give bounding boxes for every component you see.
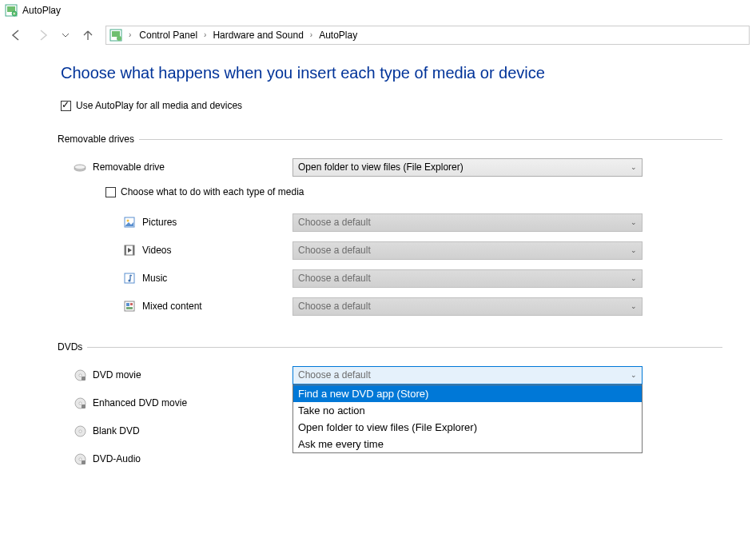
svg-rect-11 bbox=[125, 245, 126, 255]
row-music: Music Choose a default ⌄ bbox=[61, 267, 722, 289]
autoplay-icon bbox=[5, 4, 18, 17]
disc-icon bbox=[74, 397, 86, 409]
row-label: Removable drive bbox=[93, 161, 165, 173]
chevron-right-icon: › bbox=[127, 30, 133, 39]
disc-icon bbox=[74, 452, 86, 465]
combo-value: Choose a default bbox=[298, 273, 371, 284]
svg-point-28 bbox=[78, 457, 81, 460]
combo-value: Choose a default bbox=[298, 369, 371, 381]
breadcrumb-item[interactable]: Hardware and Sound bbox=[209, 28, 306, 42]
content-area: Choose what happens when you insert each… bbox=[0, 50, 756, 470]
section-removable-drives: Removable drives Removable drive Open fo… bbox=[61, 134, 722, 317]
page-title: Choose what happens when you insert each… bbox=[61, 64, 722, 82]
dropdown-item[interactable]: Find a new DVD app (Store) bbox=[293, 385, 642, 402]
dropdown-list: Find a new DVD app (Store) Take no actio… bbox=[292, 385, 643, 453]
forward-button[interactable] bbox=[34, 26, 53, 45]
svg-point-14 bbox=[128, 279, 130, 281]
combo-value: Choose a default bbox=[298, 217, 371, 228]
row-label: DVD-Audio bbox=[93, 453, 141, 464]
svg-point-9 bbox=[127, 220, 129, 222]
chevron-down-icon: ⌄ bbox=[631, 246, 637, 254]
dropdown-item[interactable]: Take no action bbox=[293, 402, 642, 419]
row-label: Blank DVD bbox=[93, 425, 140, 436]
section-dvds: DVDs DVD movie Choose a default ⌄ Find a… bbox=[61, 341, 722, 470]
title-bar: AutoPlay bbox=[0, 0, 756, 21]
breadcrumb: Control Panel › Hardware and Sound › Aut… bbox=[136, 28, 360, 42]
section-rule bbox=[87, 347, 722, 348]
combo-removable-drive[interactable]: Open folder to view files (File Explorer… bbox=[292, 158, 643, 177]
combo-mixed-content[interactable]: Choose a default ⌄ bbox=[292, 297, 643, 316]
row-label: Pictures bbox=[142, 217, 177, 228]
address-bar[interactable]: › Control Panel › Hardware and Sound › A… bbox=[105, 26, 750, 45]
row-label: Mixed content bbox=[142, 301, 202, 312]
svg-rect-29 bbox=[82, 460, 86, 464]
disc-icon bbox=[74, 424, 86, 437]
svg-rect-21 bbox=[82, 377, 86, 381]
nav-toolbar: › Control Panel › Hardware and Sound › A… bbox=[0, 21, 756, 50]
combo-videos[interactable]: Choose a default ⌄ bbox=[292, 241, 643, 260]
combo-music[interactable]: Choose a default ⌄ bbox=[292, 269, 643, 288]
svg-rect-16 bbox=[126, 303, 129, 306]
mixed-content-icon bbox=[123, 300, 136, 313]
svg-point-7 bbox=[74, 165, 86, 169]
svg-rect-18 bbox=[126, 307, 133, 309]
chevron-right-icon: › bbox=[308, 30, 314, 39]
global-autoplay-label: Use AutoPlay for all media and devices bbox=[76, 100, 242, 111]
pictures-icon bbox=[123, 216, 136, 229]
removable-drive-icon bbox=[74, 161, 86, 173]
up-button[interactable] bbox=[78, 26, 97, 45]
row-removable-drive: Removable drive Open folder to view file… bbox=[61, 156, 722, 178]
disc-icon bbox=[74, 369, 86, 381]
videos-icon bbox=[123, 244, 136, 257]
dropdown-item[interactable]: Ask me every time bbox=[293, 436, 642, 452]
chevron-down-icon: ⌄ bbox=[631, 274, 637, 282]
media-type-checkbox[interactable] bbox=[105, 187, 116, 197]
row-label: DVD movie bbox=[93, 369, 141, 381]
back-button[interactable] bbox=[6, 26, 26, 45]
section-title: DVDs bbox=[58, 341, 87, 353]
chevron-down-icon: ⌄ bbox=[631, 218, 637, 226]
svg-point-23 bbox=[78, 401, 81, 404]
breadcrumb-item[interactable]: Control Panel bbox=[136, 28, 201, 42]
breadcrumb-item[interactable]: AutoPlay bbox=[316, 28, 360, 42]
section-rule bbox=[139, 139, 722, 140]
combo-value: Open folder to view files (File Explorer… bbox=[298, 161, 464, 173]
svg-rect-24 bbox=[82, 404, 86, 408]
combo-value: Choose a default bbox=[298, 301, 371, 312]
row-dvd-movie: DVD movie Choose a default ⌄ Find a new … bbox=[61, 364, 722, 386]
window-title: AutoPlay bbox=[22, 5, 61, 16]
global-autoplay-checkbox[interactable] bbox=[61, 101, 71, 111]
chevron-down-icon: ⌄ bbox=[631, 163, 637, 171]
media-type-label: Choose what to do with each type of medi… bbox=[121, 186, 304, 197]
row-pictures: Pictures Choose a default ⌄ bbox=[61, 211, 722, 233]
svg-point-20 bbox=[78, 373, 81, 376]
svg-rect-12 bbox=[133, 245, 134, 255]
music-icon bbox=[123, 272, 136, 285]
svg-rect-17 bbox=[130, 303, 133, 305]
dropdown-item[interactable]: Open folder to view files (File Explorer… bbox=[293, 419, 642, 436]
chevron-down-icon: ⌄ bbox=[631, 302, 637, 310]
chevron-right-icon: › bbox=[202, 30, 208, 39]
combo-value: Choose a default bbox=[298, 245, 371, 256]
svg-point-5 bbox=[117, 36, 121, 41]
row-label: Videos bbox=[142, 245, 171, 256]
svg-rect-4 bbox=[112, 31, 120, 37]
combo-dvd-movie[interactable]: Choose a default ⌄ bbox=[292, 366, 643, 385]
recent-dropdown-icon[interactable] bbox=[61, 26, 70, 45]
combo-pictures[interactable]: Choose a default ⌄ bbox=[292, 213, 643, 232]
section-title: Removable drives bbox=[58, 134, 139, 145]
row-media-type-toggle: Choose what to do with each type of medi… bbox=[61, 184, 722, 200]
row-label: Enhanced DVD movie bbox=[93, 397, 187, 408]
global-autoplay-row: Use AutoPlay for all media and devices bbox=[61, 100, 722, 111]
svg-point-26 bbox=[78, 429, 81, 432]
row-mixed-content: Mixed content Choose a default ⌄ bbox=[61, 295, 722, 317]
autoplay-addr-icon bbox=[109, 29, 122, 42]
row-videos: Videos Choose a default ⌄ bbox=[61, 239, 722, 261]
chevron-down-icon: ⌄ bbox=[631, 371, 637, 379]
row-label: Music bbox=[142, 273, 167, 284]
